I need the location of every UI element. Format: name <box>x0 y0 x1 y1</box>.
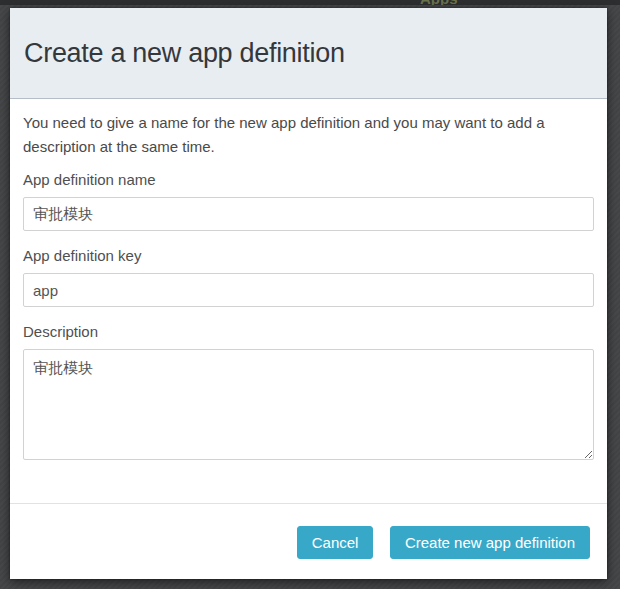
description-field-group: Description 审批模块 <box>23 323 594 460</box>
create-app-definition-modal: Create a new app definition You need to … <box>10 8 607 579</box>
app-key-input[interactable] <box>23 273 594 307</box>
create-app-definition-button[interactable]: Create new app definition <box>390 526 590 559</box>
modal-footer: Cancel Create new app definition <box>10 503 607 579</box>
cancel-button[interactable]: Cancel <box>297 526 374 559</box>
description-textarea[interactable]: 审批模块 <box>23 349 594 460</box>
app-name-field-group: App definition name <box>23 171 594 231</box>
intro-text: You need to give a name for the new app … <box>23 111 575 159</box>
description-label: Description <box>23 323 594 341</box>
background-navbar: Apps <box>0 0 620 5</box>
app-key-field-group: App definition key <box>23 247 594 307</box>
app-name-input[interactable] <box>23 197 594 231</box>
modal-title: Create a new app definition <box>24 38 345 69</box>
navbar-item-apps: Apps <box>420 0 458 5</box>
modal-body: You need to give a name for the new app … <box>10 99 607 460</box>
modal-header: Create a new app definition <box>10 8 607 99</box>
app-name-label: App definition name <box>23 171 594 189</box>
app-key-label: App definition key <box>23 247 594 265</box>
